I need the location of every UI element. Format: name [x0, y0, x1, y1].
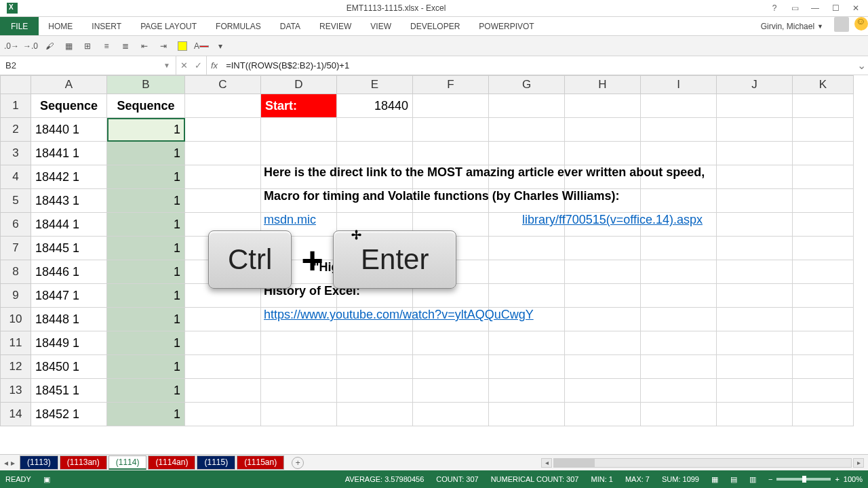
- row-header[interactable]: 2: [0, 118, 31, 142]
- cell-B4[interactable]: 1: [107, 165, 185, 189]
- cell-D10[interactable]: [261, 308, 337, 331]
- cell-D4[interactable]: [261, 165, 337, 189]
- cell-K12[interactable]: [793, 355, 854, 379]
- cell-A1[interactable]: Sequence: [31, 94, 107, 118]
- cancel-formula-icon[interactable]: ✕: [180, 60, 188, 70]
- cell-D12[interactable]: [261, 355, 337, 379]
- row-header[interactable]: 12: [0, 355, 31, 379]
- cell-B3[interactable]: 1: [107, 142, 185, 165]
- cell-H10[interactable]: [565, 308, 641, 331]
- cell-A12[interactable]: 18450 1: [31, 355, 107, 379]
- cell-D2[interactable]: [261, 118, 337, 142]
- format-painter-icon[interactable]: 🖌: [42, 39, 57, 54]
- cell-K9[interactable]: [793, 284, 854, 308]
- scroll-right-icon[interactable]: ▸: [853, 458, 864, 468]
- row-header[interactable]: 11: [0, 331, 31, 355]
- cell-C10[interactable]: [185, 308, 261, 331]
- decrease-decimal-icon[interactable]: .0→: [4, 39, 19, 54]
- tab-data[interactable]: DATA: [271, 17, 310, 35]
- cell-C13[interactable]: [185, 379, 261, 403]
- cell-B13[interactable]: 1: [107, 379, 185, 403]
- name-box-dropdown-icon[interactable]: ▼: [163, 62, 170, 69]
- zoom-slider[interactable]: [776, 478, 831, 481]
- col-header-E[interactable]: E: [337, 75, 413, 94]
- tab-home[interactable]: HOME: [39, 17, 82, 35]
- minimize-icon[interactable]: —: [808, 3, 822, 13]
- cell-B2[interactable]: 1: [107, 118, 185, 142]
- cell-A2[interactable]: 18440 1: [31, 118, 107, 142]
- cell-G7[interactable]: [489, 237, 565, 260]
- cell-C2[interactable]: [185, 118, 261, 142]
- cell-G10[interactable]: [489, 308, 565, 331]
- cell-F13[interactable]: [413, 379, 489, 403]
- all-borders-icon[interactable]: ⊞: [80, 39, 95, 54]
- tab-powerpivot[interactable]: POWERPIVOT: [469, 17, 543, 35]
- cell-B11[interactable]: 1: [107, 331, 185, 355]
- cell-H8[interactable]: [565, 260, 641, 284]
- increase-indent-icon[interactable]: ⇥: [156, 39, 171, 54]
- col-header-I[interactable]: I: [641, 75, 717, 94]
- cell-C1[interactable]: [185, 94, 261, 118]
- cell-A6[interactable]: 18444 1: [31, 213, 107, 237]
- cell-K7[interactable]: [793, 237, 854, 260]
- cell-J9[interactable]: [717, 284, 793, 308]
- row-header[interactable]: 7: [0, 237, 31, 260]
- cell-A7[interactable]: 18445 1: [31, 237, 107, 260]
- zoom-out-icon[interactable]: −: [768, 475, 772, 483]
- cell-G13[interactable]: [489, 379, 565, 403]
- cell-I14[interactable]: [641, 403, 717, 426]
- help-icon[interactable]: ?: [768, 3, 781, 13]
- cell-B12[interactable]: 1: [107, 355, 185, 379]
- cell-C5[interactable]: [185, 189, 261, 213]
- cell-H1[interactable]: [565, 94, 641, 118]
- cell-F11[interactable]: [413, 331, 489, 355]
- cell-E5[interactable]: [337, 189, 413, 213]
- smiley-icon[interactable]: [854, 17, 868, 30]
- col-header-K[interactable]: K: [793, 75, 854, 94]
- cell-G14[interactable]: [489, 403, 565, 426]
- cell-J10[interactable]: [717, 308, 793, 331]
- cell-D3[interactable]: [261, 142, 337, 165]
- scroll-left-icon[interactable]: ◂: [541, 458, 552, 468]
- cell-G9[interactable]: [489, 284, 565, 308]
- cell-B1[interactable]: Sequence: [107, 94, 185, 118]
- row-header[interactable]: 8: [0, 260, 31, 284]
- borders-icon[interactable]: ▦: [61, 39, 76, 54]
- cell-F12[interactable]: [413, 355, 489, 379]
- cell-H12[interactable]: [565, 355, 641, 379]
- scroll-thumb[interactable]: [554, 459, 595, 467]
- col-header-C[interactable]: C: [185, 75, 261, 94]
- cell-E11[interactable]: [337, 331, 413, 355]
- cell-C4[interactable]: [185, 165, 261, 189]
- sheet-tab[interactable]: (1113an): [60, 455, 107, 470]
- col-header-B[interactable]: B: [107, 75, 185, 94]
- fill-color-icon[interactable]: [175, 39, 190, 54]
- cell-D14[interactable]: [261, 403, 337, 426]
- font-color-icon[interactable]: A: [194, 39, 209, 54]
- col-header-A[interactable]: A: [31, 75, 107, 94]
- tab-developer[interactable]: DEVELOPER: [401, 17, 469, 35]
- cell-J11[interactable]: [717, 331, 793, 355]
- cell-J4[interactable]: [717, 165, 793, 189]
- cell-I4[interactable]: [641, 165, 717, 189]
- cell-I13[interactable]: [641, 379, 717, 403]
- cell-B8[interactable]: 1: [107, 260, 185, 284]
- cell-K11[interactable]: [793, 331, 854, 355]
- enter-formula-icon[interactable]: ✓: [195, 60, 202, 70]
- zoom-in-icon[interactable]: +: [835, 475, 839, 483]
- more-icon[interactable]: ▾: [213, 39, 228, 54]
- sheet-tab[interactable]: (1115): [197, 455, 235, 470]
- col-header-J[interactable]: J: [717, 75, 793, 94]
- sheet-tab[interactable]: (1114an): [148, 455, 195, 470]
- cell-B6[interactable]: 1: [107, 213, 185, 237]
- cell-E3[interactable]: [337, 142, 413, 165]
- cell-B7[interactable]: 1: [107, 237, 185, 260]
- cell-I8[interactable]: [641, 260, 717, 284]
- cell-H9[interactable]: [565, 284, 641, 308]
- col-header-H[interactable]: H: [565, 75, 641, 94]
- fx-icon[interactable]: fx: [207, 60, 222, 70]
- cell-E1[interactable]: 18440: [337, 94, 413, 118]
- cell-I7[interactable]: [641, 237, 717, 260]
- cell-I1[interactable]: [641, 94, 717, 118]
- cell-A13[interactable]: 18451 1: [31, 379, 107, 403]
